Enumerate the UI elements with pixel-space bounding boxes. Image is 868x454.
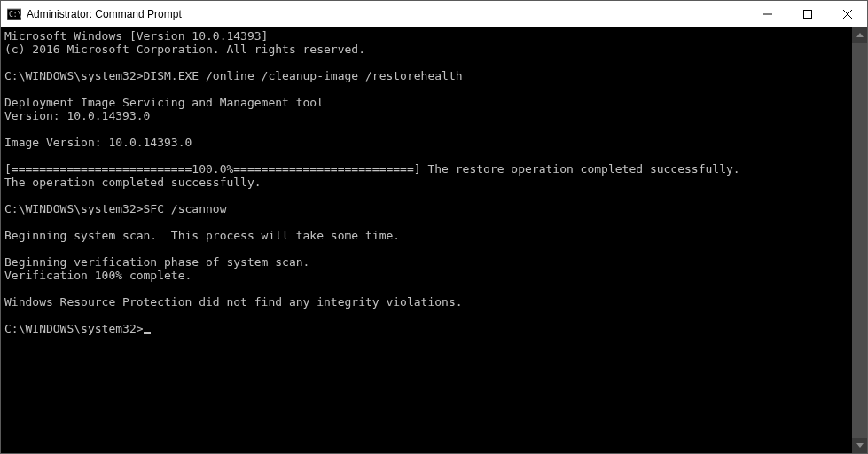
terminal-line: Beginning system scan. This process will…: [4, 229, 852, 242]
terminal-line: Version: 10.0.14393.0: [4, 109, 852, 122]
terminal-line: [4, 282, 852, 295]
terminal-line: C:\WINDOWS\system32>SFC /scannow: [4, 202, 852, 215]
terminal-line: Beginning verification phase of system s…: [4, 255, 852, 269]
svg-marker-6: [856, 33, 864, 37]
terminal-line: [4, 242, 852, 255]
titlebar[interactable]: C:\ Administrator: Command Prompt: [1, 1, 867, 27]
cursor: [144, 332, 151, 334]
terminal-line: Deployment Image Servicing and Managemen…: [4, 96, 852, 109]
terminal-line: (c) 2016 Microsoft Corporation. All righ…: [4, 43, 852, 56]
scroll-thumb[interactable]: [852, 43, 867, 438]
maximize-button[interactable]: [787, 1, 827, 27]
terminal-output[interactable]: Microsoft Windows [Version 10.0.14393](c…: [1, 27, 852, 453]
terminal-line: [4, 122, 852, 136]
terminal-line: [4, 149, 852, 162]
scroll-up-arrow[interactable]: [852, 27, 867, 43]
terminal-line: [4, 56, 852, 69]
svg-marker-7: [856, 443, 864, 448]
terminal-line: The operation completed successfully.: [4, 176, 852, 189]
terminal-line: C:\WINDOWS\system32>: [4, 322, 852, 335]
cmd-icon: C:\: [7, 7, 21, 21]
terminal-line: Image Version: 10.0.14393.0: [4, 136, 852, 149]
terminal-line: [4, 82, 852, 96]
terminal-line: [==========================100.0%=======…: [4, 162, 852, 176]
minimize-button[interactable]: [747, 1, 787, 27]
window-controls: [747, 1, 867, 27]
terminal-line: Windows Resource Protection did not find…: [4, 295, 852, 309]
terminal-line: Microsoft Windows [Version 10.0.14393]: [4, 29, 852, 43]
terminal-line: C:\WINDOWS\system32>DISM.EXE /online /cl…: [4, 69, 852, 82]
terminal-line: [4, 309, 852, 322]
terminal-line: Verification 100% complete.: [4, 269, 852, 282]
close-button[interactable]: [827, 1, 867, 27]
terminal-area: Microsoft Windows [Version 10.0.14393](c…: [1, 27, 867, 453]
svg-text:C:\: C:\: [9, 11, 21, 19]
svg-rect-3: [803, 10, 811, 18]
scroll-down-arrow[interactable]: [852, 438, 867, 453]
terminal-line: [4, 215, 852, 229]
command-prompt-window: C:\ Administrator: Command Prompt Micros…: [0, 0, 868, 454]
window-title: Administrator: Command Prompt: [27, 8, 747, 20]
vertical-scrollbar[interactable]: [852, 27, 867, 453]
terminal-line: [4, 189, 852, 202]
